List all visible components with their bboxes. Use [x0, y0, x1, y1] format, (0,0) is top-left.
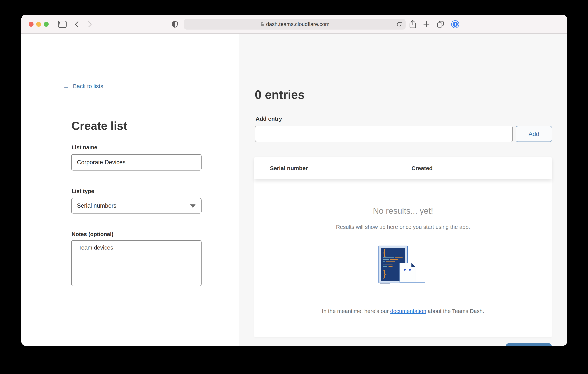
list-type-select[interactable]: Serial numbers	[71, 198, 201, 214]
column-header-serial-number: Serial number	[270, 157, 308, 179]
entries-table-header: Serial number Created	[254, 157, 552, 179]
svg-text:}: }	[381, 268, 388, 279]
notes-label: Notes (optional)	[72, 231, 114, 237]
list-type-label: List type	[72, 188, 94, 194]
empty-state-illustration: { }	[378, 246, 428, 285]
close-window-button[interactable]	[29, 22, 33, 27]
chevron-down-icon	[190, 204, 196, 208]
page-title: Create list	[71, 119, 127, 132]
browser-toolbar: dash.teams.cloudflare.com	[21, 15, 567, 34]
new-tab-icon[interactable]	[421, 20, 431, 29]
minimize-window-button[interactable]	[36, 22, 41, 27]
tab-overview-icon[interactable]	[436, 20, 445, 29]
entries-table-card: Serial number Created No results... yet!…	[254, 157, 552, 337]
list-type-value: Serial numbers	[77, 202, 116, 209]
share-icon[interactable]	[408, 20, 418, 29]
url-text: dash.teams.cloudflare.com	[266, 21, 330, 27]
list-name-input[interactable]	[71, 154, 201, 171]
footer-text-suffix: about the Teams Dash.	[426, 308, 484, 314]
forward-button-icon[interactable]	[86, 21, 94, 28]
add-button[interactable]: Add	[516, 126, 552, 142]
lock-icon	[260, 21, 264, 27]
onepassword-extension-icon[interactable]	[450, 20, 460, 29]
sidebar-toggle-icon[interactable]	[57, 21, 68, 28]
notes-textarea[interactable]: Team devices	[71, 240, 201, 286]
empty-state-title: No results... yet!	[254, 206, 552, 216]
create-list-panel: ← Back to lists Create list List name Li…	[21, 34, 239, 346]
column-header-created: Created	[411, 157, 433, 179]
empty-state-footer: In the meantime, here’s our documentatio…	[254, 308, 552, 314]
privacy-shield-icon[interactable]	[171, 20, 179, 28]
list-name-label: List name	[72, 144, 97, 151]
svg-text:{: {	[381, 247, 388, 258]
reload-icon[interactable]	[395, 21, 403, 28]
left-arrow-icon: ←	[63, 83, 70, 89]
documentation-link[interactable]: documentation	[390, 308, 426, 314]
url-bar[interactable]: dash.teams.cloudflare.com	[184, 19, 406, 30]
back-button-icon[interactable]	[73, 21, 81, 28]
empty-state-subtitle: Results will show up here once you start…	[254, 224, 552, 230]
browser-window: dash.teams.cloudflare.com	[21, 15, 567, 346]
zoom-window-button[interactable]	[44, 22, 49, 27]
save-button-partial[interactable]	[506, 343, 552, 346]
footer-text-prefix: In the meantime, here’s our	[322, 308, 390, 314]
back-to-lists-label: Back to lists	[73, 83, 103, 89]
add-entry-input[interactable]	[255, 126, 513, 142]
back-to-lists-link[interactable]: ← Back to lists	[63, 83, 103, 89]
entries-count-heading: 0 entries	[255, 88, 304, 102]
desktop-background: dash.teams.cloudflare.com	[0, 0, 588, 374]
page-content: ← Back to lists Create list List name Li…	[21, 34, 567, 346]
add-entry-label: Add entry	[256, 116, 282, 122]
